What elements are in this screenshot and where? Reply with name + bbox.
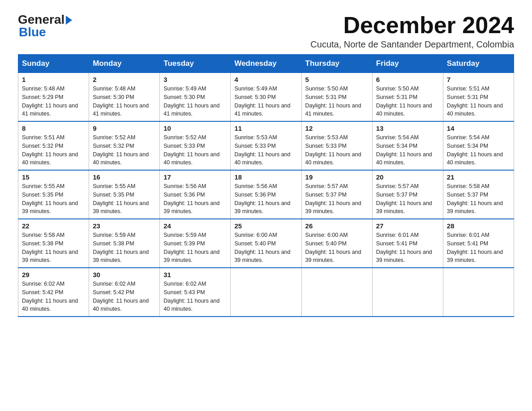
- day-number: 28: [447, 222, 510, 230]
- calendar-week-row: 22 Sunrise: 5:58 AMSunset: 5:38 PMDaylig…: [18, 219, 514, 268]
- day-info: Sunrise: 5:50 AMSunset: 5:31 PMDaylight:…: [305, 86, 361, 117]
- calendar-day-cell: 13 Sunrise: 5:54 AMSunset: 5:34 PMDaylig…: [372, 121, 443, 170]
- day-number: 9: [93, 124, 156, 132]
- calendar-week-row: 1 Sunrise: 5:48 AMSunset: 5:29 PMDayligh…: [18, 73, 514, 122]
- day-number: 14: [447, 124, 510, 132]
- day-number: 4: [234, 76, 297, 83]
- day-number: 23: [93, 222, 156, 230]
- calendar-day-header: Monday: [89, 55, 160, 73]
- day-info: Sunrise: 6:00 AMSunset: 5:40 PMDaylight:…: [305, 232, 361, 263]
- day-number: 17: [163, 173, 227, 181]
- calendar-day-cell: 19 Sunrise: 5:57 AMSunset: 5:37 PMDaylig…: [301, 170, 372, 219]
- calendar-table: SundayMondayTuesdayWednesdayThursdayFrid…: [18, 54, 514, 317]
- calendar-day-header: Wednesday: [231, 55, 301, 73]
- calendar-day-cell: 12 Sunrise: 5:53 AMSunset: 5:33 PMDaylig…: [301, 121, 372, 170]
- calendar-day-header: Tuesday: [160, 55, 231, 73]
- calendar-day-cell: 18 Sunrise: 5:56 AMSunset: 5:36 PMDaylig…: [231, 170, 301, 219]
- calendar-day-cell: 24 Sunrise: 5:59 AMSunset: 5:39 PMDaylig…: [160, 219, 231, 268]
- calendar-day-header: Saturday: [443, 55, 514, 73]
- calendar-day-cell: 1 Sunrise: 5:48 AMSunset: 5:29 PMDayligh…: [18, 73, 89, 122]
- day-number: 29: [22, 271, 85, 278]
- day-info: Sunrise: 6:00 AMSunset: 5:40 PMDaylight:…: [234, 232, 290, 263]
- day-number: 7: [447, 76, 510, 83]
- calendar-day-cell: 2 Sunrise: 5:48 AMSunset: 5:30 PMDayligh…: [89, 73, 160, 122]
- day-info: Sunrise: 5:49 AMSunset: 5:30 PMDaylight:…: [234, 86, 290, 117]
- calendar-day-cell: 15 Sunrise: 5:55 AMSunset: 5:35 PMDaylig…: [18, 170, 89, 219]
- day-info: Sunrise: 5:54 AMSunset: 5:34 PMDaylight:…: [376, 134, 432, 166]
- calendar-day-cell: 14 Sunrise: 5:54 AMSunset: 5:34 PMDaylig…: [443, 121, 514, 170]
- day-number: 16: [93, 173, 156, 181]
- calendar-day-cell: [443, 268, 514, 317]
- day-info: Sunrise: 6:01 AMSunset: 5:41 PMDaylight:…: [447, 232, 503, 263]
- location-subtitle: Cucuta, Norte de Santander Department, C…: [310, 39, 514, 50]
- day-number: 27: [376, 222, 439, 230]
- logo: General Blue: [18, 13, 72, 39]
- day-info: Sunrise: 5:55 AMSunset: 5:35 PMDaylight:…: [93, 183, 149, 214]
- calendar-day-cell: 20 Sunrise: 5:57 AMSunset: 5:37 PMDaylig…: [372, 170, 443, 219]
- day-info: Sunrise: 6:02 AMSunset: 5:42 PMDaylight:…: [22, 281, 78, 312]
- day-number: 20: [376, 173, 439, 181]
- calendar-day-cell: 22 Sunrise: 5:58 AMSunset: 5:38 PMDaylig…: [18, 219, 89, 268]
- day-number: 15: [22, 173, 85, 181]
- day-info: Sunrise: 5:58 AMSunset: 5:37 PMDaylight:…: [447, 183, 503, 214]
- calendar-day-cell: 29 Sunrise: 6:02 AMSunset: 5:42 PMDaylig…: [18, 268, 89, 317]
- month-title: December 2024: [310, 13, 514, 37]
- calendar-day-header: Thursday: [301, 55, 372, 73]
- day-info: Sunrise: 5:50 AMSunset: 5:31 PMDaylight:…: [376, 86, 432, 117]
- day-number: 22: [22, 222, 85, 230]
- day-number: 2: [93, 76, 156, 83]
- day-info: Sunrise: 5:59 AMSunset: 5:39 PMDaylight:…: [163, 232, 219, 263]
- day-number: 11: [234, 124, 297, 132]
- calendar-week-row: 8 Sunrise: 5:51 AMSunset: 5:32 PMDayligh…: [18, 121, 514, 170]
- calendar-day-cell: 31 Sunrise: 6:02 AMSunset: 5:43 PMDaylig…: [160, 268, 231, 317]
- day-info: Sunrise: 5:56 AMSunset: 5:36 PMDaylight:…: [163, 183, 219, 214]
- day-number: 19: [305, 173, 369, 181]
- day-info: Sunrise: 5:53 AMSunset: 5:33 PMDaylight:…: [234, 134, 290, 166]
- calendar-day-cell: [231, 268, 301, 317]
- calendar-day-cell: 21 Sunrise: 5:58 AMSunset: 5:37 PMDaylig…: [443, 170, 514, 219]
- day-info: Sunrise: 6:01 AMSunset: 5:41 PMDaylight:…: [376, 232, 432, 263]
- logo-blue-text: Blue: [19, 25, 46, 39]
- day-number: 31: [163, 271, 227, 278]
- calendar-day-cell: 17 Sunrise: 5:56 AMSunset: 5:36 PMDaylig…: [160, 170, 231, 219]
- day-number: 8: [22, 124, 85, 132]
- day-info: Sunrise: 5:48 AMSunset: 5:29 PMDaylight:…: [22, 86, 78, 117]
- day-info: Sunrise: 5:53 AMSunset: 5:33 PMDaylight:…: [305, 134, 361, 166]
- page-header: General Blue December 2024 Cucuta, Norte…: [18, 13, 514, 50]
- calendar-day-header: Friday: [372, 55, 443, 73]
- day-number: 1: [22, 76, 85, 83]
- day-number: 5: [305, 76, 369, 83]
- calendar-day-cell: 23 Sunrise: 5:59 AMSunset: 5:38 PMDaylig…: [89, 219, 160, 268]
- day-number: 3: [163, 76, 227, 83]
- day-info: Sunrise: 5:56 AMSunset: 5:36 PMDaylight:…: [234, 183, 290, 214]
- calendar-week-row: 15 Sunrise: 5:55 AMSunset: 5:35 PMDaylig…: [18, 170, 514, 219]
- day-info: Sunrise: 5:54 AMSunset: 5:34 PMDaylight:…: [447, 134, 503, 166]
- calendar-day-cell: 10 Sunrise: 5:52 AMSunset: 5:33 PMDaylig…: [160, 121, 231, 170]
- calendar-day-cell: 16 Sunrise: 5:55 AMSunset: 5:35 PMDaylig…: [89, 170, 160, 219]
- calendar-day-cell: 5 Sunrise: 5:50 AMSunset: 5:31 PMDayligh…: [301, 73, 372, 122]
- calendar-day-cell: 11 Sunrise: 5:53 AMSunset: 5:33 PMDaylig…: [231, 121, 301, 170]
- day-number: 25: [234, 222, 297, 230]
- calendar-week-row: 29 Sunrise: 6:02 AMSunset: 5:42 PMDaylig…: [18, 268, 514, 317]
- calendar-day-cell: 9 Sunrise: 5:52 AMSunset: 5:32 PMDayligh…: [89, 121, 160, 170]
- day-number: 30: [93, 271, 156, 278]
- logo-general-text: General: [18, 13, 64, 26]
- calendar-day-cell: 25 Sunrise: 6:00 AMSunset: 5:40 PMDaylig…: [231, 219, 301, 268]
- calendar-day-cell: 3 Sunrise: 5:49 AMSunset: 5:30 PMDayligh…: [160, 73, 231, 122]
- logo-arrow-icon: [66, 16, 72, 25]
- day-number: 18: [234, 173, 297, 181]
- day-number: 21: [447, 173, 510, 181]
- day-info: Sunrise: 5:59 AMSunset: 5:38 PMDaylight:…: [93, 232, 149, 263]
- calendar-day-cell: 8 Sunrise: 5:51 AMSunset: 5:32 PMDayligh…: [18, 121, 89, 170]
- calendar-day-cell: 27 Sunrise: 6:01 AMSunset: 5:41 PMDaylig…: [372, 219, 443, 268]
- day-info: Sunrise: 5:48 AMSunset: 5:30 PMDaylight:…: [93, 86, 149, 117]
- day-info: Sunrise: 5:49 AMSunset: 5:30 PMDaylight:…: [163, 86, 219, 117]
- day-info: Sunrise: 5:57 AMSunset: 5:37 PMDaylight:…: [305, 183, 361, 214]
- day-number: 24: [163, 222, 227, 230]
- day-info: Sunrise: 6:02 AMSunset: 5:43 PMDaylight:…: [163, 281, 219, 312]
- day-info: Sunrise: 5:58 AMSunset: 5:38 PMDaylight:…: [22, 232, 78, 263]
- day-number: 13: [376, 124, 439, 132]
- calendar-day-cell: [372, 268, 443, 317]
- day-number: 6: [376, 76, 439, 83]
- day-info: Sunrise: 5:51 AMSunset: 5:32 PMDaylight:…: [22, 134, 78, 166]
